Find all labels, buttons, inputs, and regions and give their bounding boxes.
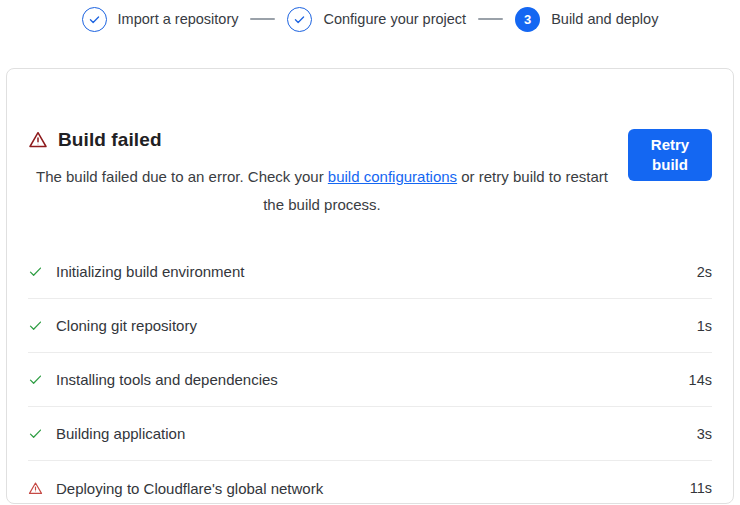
stepper-step-configure-project[interactable]: Configure your project	[287, 7, 466, 32]
check-icon	[28, 264, 43, 279]
step-number-badge: 3	[515, 7, 540, 32]
build-step-duration: 14s	[689, 372, 712, 388]
stepper-connector	[250, 18, 275, 20]
check-icon	[28, 318, 43, 333]
build-step-label: Deploying to Cloudflare's global network	[56, 480, 323, 497]
stepper-step-label: Configure your project	[323, 11, 466, 27]
stepper-step-label: Build and deploy	[551, 11, 658, 27]
check-icon	[28, 426, 43, 441]
stepper-connector	[478, 18, 503, 20]
build-step-duration: 11s	[690, 480, 712, 496]
build-step-row: Initializing build environment 2s	[28, 245, 712, 299]
build-step-label: Initializing build environment	[56, 263, 244, 280]
warning-triangle-icon	[28, 130, 48, 150]
retry-build-button[interactable]: Retry build	[628, 129, 712, 181]
build-configurations-link[interactable]: build configurations	[328, 168, 457, 185]
stepper-step-build-deploy[interactable]: 3 Build and deploy	[515, 7, 658, 32]
wizard-stepper: Import a repository Configure your proje…	[0, 0, 740, 38]
header-text-block: Build failed The build failed due to an …	[28, 129, 628, 219]
stepper-step-import-repository[interactable]: Import a repository	[82, 7, 239, 32]
check-circle-icon	[82, 7, 107, 32]
check-circle-icon	[287, 7, 312, 32]
build-step-duration: 3s	[697, 426, 712, 442]
build-deploy-panel: Build failed The build failed due to an …	[6, 68, 734, 504]
build-step-duration: 1s	[697, 318, 712, 334]
check-icon	[28, 372, 43, 387]
warning-triangle-icon	[28, 481, 43, 496]
build-steps-list: Initializing build environment 2s Clonin…	[28, 245, 712, 504]
build-failed-description: The build failed due to an error. Check …	[28, 163, 616, 219]
build-step-duration: 2s	[697, 264, 712, 280]
build-step-label: Building application	[56, 425, 185, 442]
page-title: Build failed	[58, 129, 162, 151]
build-step-label: Installing tools and dependencies	[56, 371, 278, 388]
build-step-row: Cloning git repository 1s	[28, 299, 712, 353]
build-step-row: Installing tools and dependencies 14s	[28, 353, 712, 407]
build-step-row: Deploying to Cloudflare's global network…	[28, 461, 712, 504]
build-step-row: Building application 3s	[28, 407, 712, 461]
stepper-step-label: Import a repository	[118, 11, 239, 27]
description-text: The build failed due to an error. Check …	[36, 168, 328, 185]
build-step-label: Cloning git repository	[56, 317, 197, 334]
build-failed-header: Build failed The build failed due to an …	[28, 129, 712, 219]
